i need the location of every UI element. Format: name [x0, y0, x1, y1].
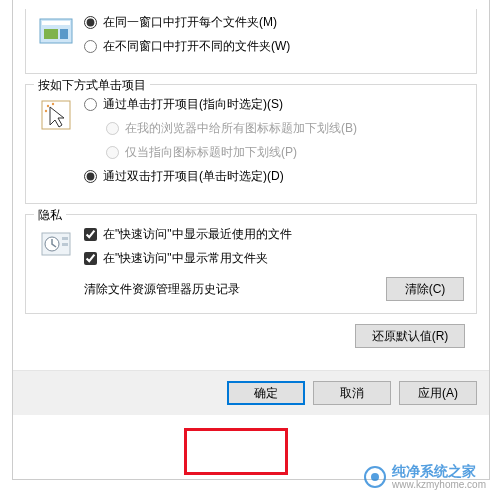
privacy-row: 在"快速访问"中显示最近使用的文件 在"快速访问"中显示常用文件夹 清除文件资源… [38, 225, 464, 301]
open-same-window-radio[interactable] [84, 16, 97, 29]
show-recent-files-checkbox[interactable] [84, 228, 97, 241]
open-same-window-option[interactable]: 在同一窗口中打开每个文件夹(M) [84, 13, 464, 31]
show-frequent-folders-checkbox[interactable] [84, 252, 97, 265]
watermark-logo-icon [364, 466, 386, 488]
privacy-title: 隐私 [34, 207, 66, 224]
svg-rect-10 [62, 237, 68, 240]
show-frequent-folders-label: 在"快速访问"中显示常用文件夹 [103, 249, 268, 267]
clear-button[interactable]: 清除(C) [386, 277, 464, 301]
dialog-footer: 确定 取消 应用(A) [13, 370, 489, 415]
watermark-url: www.kzmyhome.com [392, 479, 486, 490]
svg-point-5 [47, 105, 49, 107]
open-same-window-label: 在同一窗口中打开每个文件夹(M) [103, 13, 277, 31]
svg-point-7 [45, 110, 47, 112]
show-recent-files-label: 在"快速访问"中显示最近使用的文件 [103, 225, 292, 243]
open-diff-window-radio[interactable] [84, 40, 97, 53]
show-recent-files-option[interactable]: 在"快速访问"中显示最近使用的文件 [84, 225, 464, 243]
double-click-radio[interactable] [84, 170, 97, 183]
browse-folders-icon [38, 15, 74, 51]
underline-all-option: 在我的浏览器中给所有图标标题加下划线(B) [106, 119, 464, 137]
single-click-label: 通过单击打开项目(指向时选定)(S) [103, 95, 283, 113]
svg-rect-3 [60, 29, 68, 39]
restore-row: 还原默认值(R) [25, 324, 477, 356]
underline-hover-label: 仅当指向图标标题时加下划线(P) [125, 143, 297, 161]
svg-point-6 [52, 103, 54, 105]
double-click-option[interactable]: 通过双击打开项目(单击时选定)(D) [84, 167, 464, 185]
browse-options: 在同一窗口中打开每个文件夹(M) 在不同窗口中打开不同的文件夹(W) [84, 13, 464, 61]
watermark: 纯净系统之家 www.kzmyhome.com [364, 464, 486, 490]
browse-row: 在同一窗口中打开每个文件夹(M) 在不同窗口中打开不同的文件夹(W) [38, 13, 464, 61]
cancel-button[interactable]: 取消 [313, 381, 391, 405]
watermark-text: 纯净系统之家 www.kzmyhome.com [392, 464, 486, 490]
browse-folders-group: 在同一窗口中打开每个文件夹(M) 在不同窗口中打开不同的文件夹(W) [25, 9, 477, 74]
single-click-option[interactable]: 通过单击打开项目(指向时选定)(S) [84, 95, 464, 113]
svg-rect-2 [44, 29, 58, 39]
folder-options-dialog: 在同一窗口中打开每个文件夹(M) 在不同窗口中打开不同的文件夹(W) 按如下方式… [12, 0, 490, 480]
click-options: 通过单击打开项目(指向时选定)(S) 在我的浏览器中给所有图标标题加下划线(B)… [84, 95, 464, 191]
underline-all-radio [106, 122, 119, 135]
ok-button[interactable]: 确定 [227, 381, 305, 405]
open-diff-window-label: 在不同窗口中打开不同的文件夹(W) [103, 37, 290, 55]
underline-all-label: 在我的浏览器中给所有图标标题加下划线(B) [125, 119, 357, 137]
apply-button[interactable]: 应用(A) [399, 381, 477, 405]
clear-history-row: 清除文件资源管理器历史记录 清除(C) [84, 277, 464, 301]
show-frequent-folders-option[interactable]: 在"快速访问"中显示常用文件夹 [84, 249, 464, 267]
open-diff-window-option[interactable]: 在不同窗口中打开不同的文件夹(W) [84, 37, 464, 55]
svg-point-13 [371, 473, 379, 481]
privacy-options: 在"快速访问"中显示最近使用的文件 在"快速访问"中显示常用文件夹 清除文件资源… [84, 225, 464, 301]
svg-rect-11 [62, 243, 68, 246]
click-items-title: 按如下方式单击项目 [34, 77, 150, 94]
underline-hover-option: 仅当指向图标标题时加下划线(P) [106, 143, 464, 161]
click-items-group: 按如下方式单击项目 通过单击打开项目(指向时选定)(S) 在我的浏览器中给所有图… [25, 84, 477, 204]
click-row: 通过单击打开项目(指向时选定)(S) 在我的浏览器中给所有图标标题加下划线(B)… [38, 95, 464, 191]
clear-history-label: 清除文件资源管理器历史记录 [84, 281, 240, 298]
svg-rect-1 [42, 21, 70, 25]
privacy-icon [38, 227, 74, 263]
click-cursor-icon [38, 97, 74, 133]
restore-defaults-button[interactable]: 还原默认值(R) [355, 324, 465, 348]
watermark-title: 纯净系统之家 [392, 463, 476, 479]
underline-hover-radio [106, 146, 119, 159]
double-click-label: 通过双击打开项目(单击时选定)(D) [103, 167, 284, 185]
privacy-group: 隐私 在"快速访问"中显示最近使用的文件 在"快速访问"中显示常用文件夹 清 [25, 214, 477, 314]
dialog-content: 在同一窗口中打开每个文件夹(M) 在不同窗口中打开不同的文件夹(W) 按如下方式… [13, 0, 489, 364]
single-click-radio[interactable] [84, 98, 97, 111]
